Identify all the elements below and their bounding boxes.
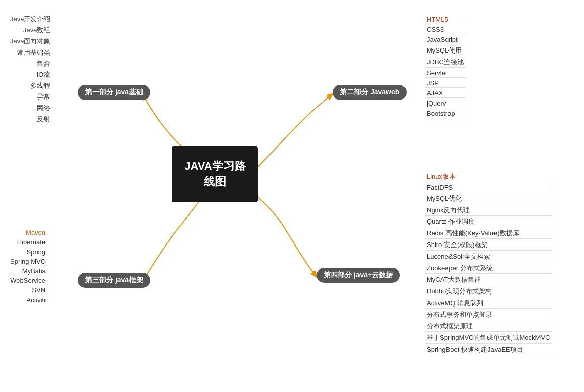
list-item-right: Quartz 作业调度 [425,217,552,227]
list-item-right: jQuery [425,99,466,108]
list-item: 多线程 [10,81,50,91]
list-item: 异常 [10,92,50,102]
list-item-right: Redis 高性能(Key-Value)数据库 [425,228,552,239]
part4-list: Linux版本 FastDFS MySQL优化 Nginx反向代理 Quartz… [425,172,552,355]
list-item: Activiti [10,296,46,304]
list-item: WebService [10,276,46,285]
part1-list: Java开发介绍 Java数组 Java面向对象 常用基础类 集合 IO流 多线… [10,14,50,124]
list-item-right: SpringBoot 快速构建JavaEE项目 [425,345,552,355]
list-item-right: JSP [425,79,466,88]
list-item: IO流 [10,70,50,80]
list-item-right: CSS3 [425,25,466,34]
list-item-right: Servlet [425,69,466,78]
list-item-right: 分布式框架原理 [425,321,552,332]
part3-list: Maven Hibernate Spring Spring MVC MyBati… [10,228,46,304]
list-item-right: Nginx反向代理 [425,205,552,216]
list-item: 常用基础类 [10,47,50,58]
list-item-right: MySQL使用 [425,45,466,56]
list-item: 网络 [10,103,50,113]
part2-list: HTML5 CSS3 JavaScript MySQL使用 JDBC连接池 Se… [425,15,466,118]
list-item-right: AJAX [425,89,466,98]
list-item-right: Zookeeper 分布式系统 [425,263,552,274]
list-item-right: JavaScript [425,35,466,44]
list-item-right: MyCAT大数据集群 [425,275,552,285]
list-item: Java面向对象 [10,36,50,46]
list-item-right: 分布式事务和单点登录 [425,310,552,320]
list-item-right: Shiro 安全(权限)框架 [425,240,552,251]
list-item-right: Bootstrap [425,109,466,118]
center-title: JAVA学习路 线图 [184,159,245,190]
center-node: JAVA学习路 线图 [172,146,258,202]
list-item: Spring [10,248,46,256]
list-item: Java开发介绍 [10,14,50,24]
list-item: Maven [10,228,46,237]
list-item-right: Lucene&Solr全文检索 [425,252,552,262]
list-item: 集合 [10,59,50,69]
branch-part4: 第四部分 java+云数据 [317,268,400,283]
list-item: MyBatis [10,267,46,275]
list-item: SVN [10,286,46,295]
branch-part3: 第三部分 java框架 [78,273,150,288]
list-item: 反射 [10,114,50,124]
list-item-right: HTML5 [425,15,466,24]
list-item-right: MySQL优化 [425,193,552,204]
list-item-right: FastDFS [425,183,552,192]
list-item-right: 基于SpringMVC的集成单元测试MockMVC [425,333,552,344]
branch-part2: 第二部分 Javaweb [333,85,407,100]
list-item-right: Dubbo实现分布式架构 [425,286,552,297]
list-item: Java数组 [10,25,50,35]
list-item-right: ActiveMQ 消息队列 [425,298,552,309]
branch-part1: 第一部分 java基础 [78,85,150,100]
list-item: Hibernate [10,238,46,247]
list-item-right: JDBC连接池 [425,57,466,68]
list-item: Spring MVC [10,257,46,266]
list-item-right: Linux版本 [425,172,552,182]
